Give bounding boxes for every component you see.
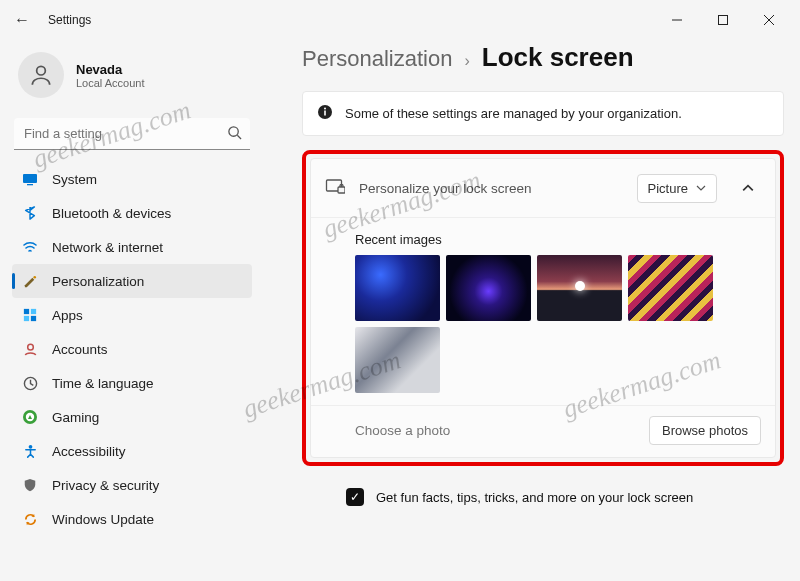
chevron-right-icon: › [464, 52, 469, 70]
user-sub: Local Account [76, 77, 145, 89]
funfacts-row[interactable]: ✓ Get fun facts, tips, tricks, and more … [302, 476, 784, 518]
card-footer: Choose a photo Browse photos [311, 405, 775, 457]
svg-point-2 [229, 127, 238, 136]
svg-rect-16 [324, 111, 326, 116]
sidebar-item-label: System [52, 172, 97, 187]
sidebar-item-label: Accessibility [52, 444, 126, 459]
wifi-icon [22, 239, 38, 255]
page-title: Lock screen [482, 42, 634, 73]
accounts-icon [22, 341, 38, 357]
svg-rect-0 [719, 16, 728, 25]
system-icon [22, 171, 38, 187]
clock-icon [22, 375, 38, 391]
recent-image-thumb[interactable] [628, 255, 713, 321]
choose-photo-label: Choose a photo [355, 423, 450, 438]
sidebar-item-label: Personalization [52, 274, 144, 289]
mode-value: Picture [648, 181, 688, 196]
maximize-button[interactable] [700, 4, 746, 36]
accessibility-icon [22, 443, 38, 459]
card-body: Recent images [311, 218, 775, 405]
chevron-down-icon [696, 181, 706, 196]
close-button[interactable] [746, 4, 792, 36]
recent-images-label: Recent images [355, 232, 757, 247]
sidebar-item-update[interactable]: Windows Update [12, 502, 252, 536]
highlight-box: Personalize your lock screen Picture Rec… [302, 150, 784, 466]
search-box[interactable] [14, 118, 250, 150]
user-block[interactable]: Nevada Local Account [12, 44, 252, 114]
bluetooth-icon [22, 205, 38, 221]
card-title: Personalize your lock screen [359, 181, 623, 196]
avatar [18, 52, 64, 98]
funfacts-label: Get fun facts, tips, tricks, and more on… [376, 490, 693, 505]
sidebar-item-privacy[interactable]: Privacy & security [12, 468, 252, 502]
card-header[interactable]: Personalize your lock screen Picture [311, 159, 775, 218]
svg-rect-7 [31, 309, 36, 314]
sidebar-item-label: Privacy & security [52, 478, 159, 493]
sidebar-item-label: Bluetooth & devices [52, 206, 171, 221]
main-panel: Personalization › Lock screen Some of th… [262, 40, 800, 581]
sidebar-item-apps[interactable]: Apps [12, 298, 252, 332]
sidebar-item-label: Gaming [52, 410, 99, 425]
lockscreen-card: Personalize your lock screen Picture Rec… [310, 158, 776, 458]
recent-images-grid [355, 255, 757, 393]
svg-rect-9 [31, 316, 36, 321]
search-icon [227, 125, 242, 144]
sidebar: Nevada Local Account System Bluetooth & … [0, 40, 262, 581]
search-input[interactable] [14, 118, 250, 150]
info-text: Some of these settings are managed by yo… [345, 106, 682, 121]
sidebar-item-label: Apps [52, 308, 83, 323]
info-icon [317, 104, 333, 123]
sidebar-item-label: Network & internet [52, 240, 163, 255]
minimize-button[interactable] [654, 4, 700, 36]
svg-rect-4 [27, 184, 33, 185]
svg-point-5 [33, 275, 36, 278]
gaming-icon [22, 409, 38, 425]
managed-info-bar: Some of these settings are managed by yo… [302, 91, 784, 136]
svg-point-10 [27, 344, 33, 350]
window-title: Settings [48, 13, 91, 27]
sidebar-item-label: Accounts [52, 342, 108, 357]
mode-select[interactable]: Picture [637, 174, 717, 203]
sidebar-item-gaming[interactable]: Gaming [12, 400, 252, 434]
collapse-button[interactable] [731, 171, 765, 205]
svg-rect-6 [24, 309, 29, 314]
personalization-icon [22, 273, 38, 289]
svg-rect-3 [23, 174, 37, 183]
sidebar-item-system[interactable]: System [12, 162, 252, 196]
sidebar-item-accessibility[interactable]: Accessibility [12, 434, 252, 468]
user-name: Nevada [76, 62, 145, 77]
sidebar-item-label: Windows Update [52, 512, 154, 527]
funfacts-checkbox[interactable]: ✓ [346, 488, 364, 506]
breadcrumb: Personalization › Lock screen [302, 40, 784, 73]
titlebar: ← Settings [0, 0, 800, 40]
lockscreen-icon [325, 177, 345, 200]
sidebar-item-personalization[interactable]: Personalization [12, 264, 252, 298]
back-button[interactable]: ← [8, 11, 36, 29]
svg-point-14 [28, 444, 32, 448]
svg-point-17 [324, 108, 326, 110]
sidebar-item-time[interactable]: Time & language [12, 366, 252, 400]
recent-image-thumb[interactable] [537, 255, 622, 321]
sidebar-item-label: Time & language [52, 376, 154, 391]
breadcrumb-parent[interactable]: Personalization [302, 46, 452, 72]
nav-list: System Bluetooth & devices Network & int… [12, 162, 252, 536]
sidebar-item-bluetooth[interactable]: Bluetooth & devices [12, 196, 252, 230]
apps-icon [22, 307, 38, 323]
sidebar-item-accounts[interactable]: Accounts [12, 332, 252, 366]
svg-rect-19 [338, 187, 345, 193]
shield-icon [22, 477, 38, 493]
recent-image-thumb[interactable] [446, 255, 531, 321]
svg-rect-8 [24, 316, 29, 321]
recent-image-thumb[interactable] [355, 327, 440, 393]
sidebar-item-network[interactable]: Network & internet [12, 230, 252, 264]
update-icon [22, 511, 38, 527]
browse-photos-button[interactable]: Browse photos [649, 416, 761, 445]
recent-image-thumb[interactable] [355, 255, 440, 321]
svg-point-1 [37, 66, 46, 75]
